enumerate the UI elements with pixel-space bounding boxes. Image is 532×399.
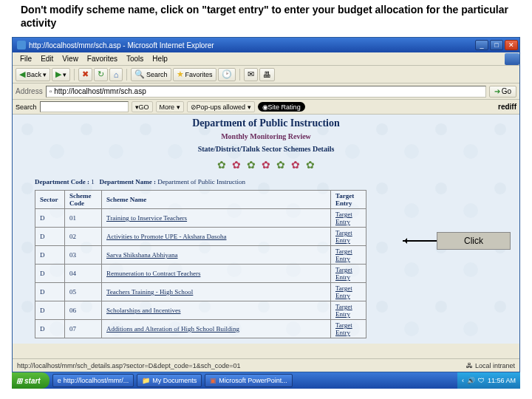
back-button[interactable]: ◀Back▾ xyxy=(16,68,50,81)
menu-help[interactable]: Help xyxy=(148,55,172,63)
menu-favorites[interactable]: Favorites xyxy=(83,55,122,63)
address-bar: Address ▫http://localhost/mmr/sch.asp ➔G… xyxy=(13,83,519,100)
tray-icon[interactable]: 🛡 xyxy=(478,377,485,384)
target-entry-link[interactable]: Target Entry xyxy=(335,303,352,318)
site-rating-label: Site Rating xyxy=(268,103,301,111)
refresh-button[interactable]: ↻ xyxy=(94,68,108,81)
scheme-name-link[interactable]: Teachers Training - High School xyxy=(106,288,193,296)
clock: 11:56 AM xyxy=(488,377,516,384)
popups-button[interactable]: ⊘ Pop-ups allowed ▾ xyxy=(187,101,255,112)
dept-code: 1 xyxy=(91,178,95,185)
scheme-name-link[interactable]: Training to Inservice Teachers xyxy=(106,214,187,222)
rediff-go-button[interactable]: ▾ GO xyxy=(132,101,153,112)
ie-throbber-icon xyxy=(505,53,519,65)
page-content: Department of Public Instruction Monthly… xyxy=(13,115,519,344)
popups-icon: ⊘ xyxy=(191,103,197,111)
standard-toolbar: ◀Back▾ ▶▾ ✖ ↻ ⌂ 🔍Search ★Favorites 🕑 ✉ 🖶 xyxy=(13,66,519,83)
minimize-button[interactable]: _ xyxy=(475,40,488,50)
scheme-name-link[interactable]: Activities to Promote UPE - Akshara Daso… xyxy=(106,233,226,240)
flower-icon xyxy=(216,159,228,171)
history-icon: 🕑 xyxy=(222,69,232,79)
cell-name: Remuneration to Contract Teachers xyxy=(102,265,331,283)
cell-code: 03 xyxy=(65,246,102,265)
favorites-button[interactable]: ★Favorites xyxy=(173,68,216,81)
scheme-name-link[interactable]: Sarva Shikshana Abhiyana xyxy=(106,251,177,259)
stop-button[interactable]: ✖ xyxy=(78,68,92,81)
browser-window: http://localhost/mmr/sch.asp - Microsoft… xyxy=(12,37,520,372)
target-entry-link[interactable]: Target Entry xyxy=(335,321,352,336)
target-entry-link[interactable]: Target Entry xyxy=(335,284,352,299)
taskbar-item-documents[interactable]: 📁My Documents xyxy=(137,374,202,387)
history-button[interactable]: 🕑 xyxy=(218,68,236,81)
dept-name-label: Department Name : xyxy=(99,178,155,185)
intranet-label: Local intranet xyxy=(475,362,515,369)
table-row: D03Sarva Shikshana AbhiyanaTarget Entry xyxy=(35,246,366,265)
table-header-row: Sector Scheme Code Scheme Name Target En… xyxy=(35,191,366,209)
search-label: Search xyxy=(146,71,168,78)
system-tray[interactable]: ‹ 🔊 🛡 11:56 AM xyxy=(457,372,520,389)
menu-file[interactable]: File xyxy=(16,55,36,63)
address-input[interactable]: ▫http://localhost/mmr/sch.asp xyxy=(46,86,486,98)
cell-name: Teachers Training - High School xyxy=(102,283,331,301)
page-subtitle: Monthly Monitoring Review xyxy=(13,129,519,140)
menubar: File Edit View Favorites Tools Help xyxy=(13,52,519,66)
flower-icon xyxy=(304,159,316,171)
th-name: Scheme Name xyxy=(102,191,331,209)
separator xyxy=(239,69,240,81)
start-button[interactable]: ⊞start xyxy=(12,372,50,389)
slide-instruction: Don't modify scheme name, click on "targ… xyxy=(0,0,532,34)
window-buttons: _ □ ✕ xyxy=(475,40,518,50)
table-row: D05Teachers Training - High SchoolTarget… xyxy=(35,283,366,301)
rediff-search-input[interactable] xyxy=(40,101,129,112)
site-rating-button[interactable]: ◉ Site Rating xyxy=(258,102,305,112)
titlebar: http://localhost/mmr/sch.asp - Microsoft… xyxy=(13,38,519,52)
separator xyxy=(126,69,127,81)
cell-name: Sarva Shikshana Abhiyana xyxy=(102,246,331,265)
mail-button[interactable]: ✉ xyxy=(244,68,258,81)
mail-icon: ✉ xyxy=(248,69,254,79)
home-button[interactable]: ⌂ xyxy=(109,68,123,81)
forward-icon: ▶ xyxy=(55,69,61,79)
folder-icon: 📁 xyxy=(142,377,150,384)
taskbar-item-powerpoint[interactable]: ▣Microsoft PowerPoint... xyxy=(205,374,293,387)
page-heading: State/District/Taluk Sector Schemes Deta… xyxy=(13,140,519,153)
cell-entry: Target Entry xyxy=(331,301,366,320)
tray-icon[interactable]: 🔊 xyxy=(467,377,475,384)
search-button[interactable]: 🔍Search xyxy=(131,68,171,81)
print-button[interactable]: 🖶 xyxy=(259,68,275,81)
cell-entry: Target Entry xyxy=(331,265,366,283)
divider-flowers xyxy=(13,156,519,174)
search-label-2: Search xyxy=(16,103,37,111)
scheme-name-link[interactable]: Additions and Alteration of High School … xyxy=(106,325,239,332)
cell-code: 06 xyxy=(65,301,102,320)
menu-view[interactable]: View xyxy=(58,55,83,63)
tray-icon[interactable]: ‹ xyxy=(462,377,464,384)
target-entry-link[interactable]: Target Entry xyxy=(335,248,352,262)
th-sector: Sector xyxy=(35,191,65,209)
menu-edit[interactable]: Edit xyxy=(36,55,58,63)
windows-logo-icon: ⊞ xyxy=(16,377,22,385)
star-icon: ★ xyxy=(177,69,184,79)
cell-sector: D xyxy=(35,283,65,301)
target-entry-link[interactable]: Target Entry xyxy=(335,229,352,244)
back-label: Back xyxy=(27,71,41,78)
table-row: D02Activities to Promote UPE - Akshara D… xyxy=(35,228,366,246)
forward-button[interactable]: ▶▾ xyxy=(52,68,70,81)
scheme-name-link[interactable]: Scholarships and Incentives xyxy=(106,307,180,314)
target-entry-link[interactable]: Target Entry xyxy=(335,211,352,225)
maximize-button[interactable]: □ xyxy=(490,40,503,50)
close-button[interactable]: ✕ xyxy=(505,40,518,50)
more-button[interactable]: More ▾ xyxy=(156,101,184,112)
rediff-logo[interactable]: rediff xyxy=(498,103,516,111)
window-title: http://localhost/mmr/sch.asp - Microsoft… xyxy=(29,41,475,50)
cell-sector: D xyxy=(35,301,65,320)
task-label: http://localhost/mmr/... xyxy=(64,377,129,384)
taskbar-item-ie[interactable]: ehttp://localhost/mmr/... xyxy=(52,374,134,387)
go-label: Go xyxy=(502,87,511,95)
go-button[interactable]: ➔Go xyxy=(489,86,516,98)
target-entry-link[interactable]: Target Entry xyxy=(335,266,352,281)
scheme-name-link[interactable]: Remuneration to Contract Teachers xyxy=(106,270,200,277)
separator xyxy=(74,69,75,81)
ie-icon: e xyxy=(58,377,61,384)
menu-tools[interactable]: Tools xyxy=(122,55,148,63)
